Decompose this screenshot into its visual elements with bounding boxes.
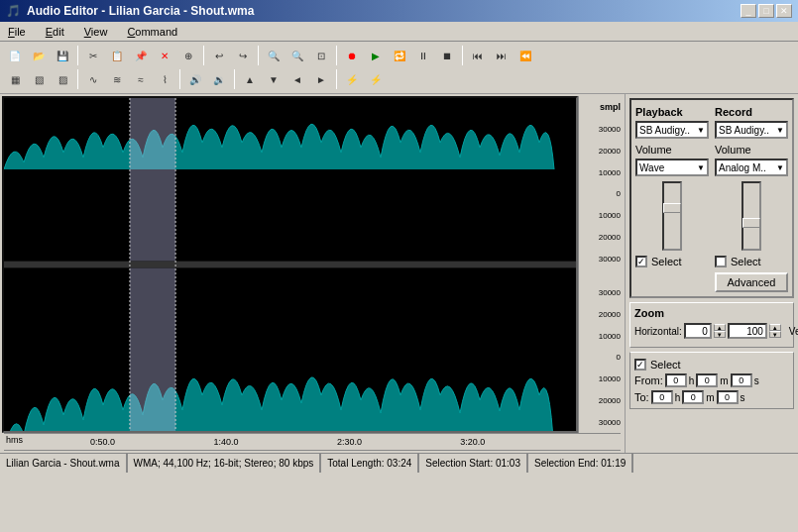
record-device-combo[interactable]: SB Audigy.. ▼ (715, 121, 788, 139)
to-label: To: (634, 391, 649, 403)
svg-rect-0 (4, 98, 576, 262)
to-h[interactable] (651, 390, 673, 404)
tb-open[interactable]: 📂 (28, 45, 50, 66)
to-m-sep: m (706, 392, 714, 403)
tb-sel-none[interactable]: ▧ (28, 68, 50, 90)
tb-sel-all[interactable]: ▦ (4, 68, 26, 90)
tb-zoom-fit[interactable]: ⊡ (310, 45, 332, 66)
tb-sel-inv[interactable]: ▨ (52, 68, 73, 90)
time-50: 0:50.0 (90, 437, 115, 447)
playback-channel-value: Wave (639, 162, 664, 173)
tb-paste[interactable]: 📌 (130, 45, 152, 66)
zoom-title: Zoom (634, 307, 789, 319)
zoom-h-start[interactable] (684, 323, 712, 339)
tb-ch2[interactable]: ⚡ (365, 68, 387, 90)
record-volume-slider[interactable] (741, 181, 761, 251)
tb-new[interactable]: 📄 (4, 45, 26, 66)
tb-zoom-in[interactable]: 🔍 (263, 45, 285, 66)
zoom-h-start-dn[interactable]: ▼ (714, 331, 726, 338)
tb-pause[interactable]: ⏸ (412, 45, 434, 66)
playback-volume-slider[interactable] (662, 181, 682, 251)
tb-ch1[interactable]: ⚡ (341, 68, 363, 90)
tb-stop[interactable]: ⏹ (436, 45, 458, 66)
toolbar-row-1: 📄 📂 💾 ✂ 📋 📌 ✕ ⊕ ↩ ↪ 🔍 🔍 ⊡ ⏺ ▶ 🔁 ⏸ ⏹ ⏮ ⏭ … (4, 44, 794, 67)
zoom-h-label: Horizontal: (634, 326, 682, 337)
record-select-checkbox[interactable] (715, 256, 727, 267)
tb-vol-dn[interactable]: 🔉 (208, 68, 230, 90)
tb-eq1[interactable]: ▲ (239, 68, 261, 90)
tb-prev[interactable]: ⏮ (467, 45, 489, 66)
tb-vol-up[interactable]: 🔊 (184, 68, 206, 90)
zoom-section: Zoom Horizontal: ▲ ▼ ▲ ▼ Vertica (629, 302, 794, 348)
tb-cut[interactable]: ✂ (82, 45, 104, 66)
tb-eq4[interactable]: ► (310, 68, 332, 90)
tb-loop[interactable]: 🔁 (389, 45, 410, 66)
record-select-row: Select (715, 256, 788, 267)
tb-copy[interactable]: 📋 (106, 45, 128, 66)
tb-zoom-out[interactable]: 🔍 (286, 45, 308, 66)
zoom-h-dn[interactable]: ▼ (769, 331, 781, 338)
app-icon: 🎵 (6, 4, 21, 18)
minimize-button[interactable]: _ (741, 4, 756, 18)
from-s[interactable] (731, 373, 752, 387)
to-m[interactable] (682, 390, 704, 404)
tb-record[interactable]: ⏺ (341, 45, 363, 66)
tb-save[interactable]: 💾 (52, 45, 73, 66)
waveform-with-scale: smpl 30000 20000 10000 0 10000 20000 300… (2, 96, 623, 433)
playback-select-label: Select (651, 256, 682, 267)
record-channel-combo[interactable]: Analog M.. ▼ (715, 159, 788, 176)
main-content: smpl 30000 20000 10000 0 10000 20000 300… (0, 94, 798, 453)
tb-play[interactable]: ▶ (365, 45, 387, 66)
tb-undo[interactable]: ↩ (208, 45, 230, 66)
playback-select-checkbox[interactable] (635, 256, 647, 267)
tb-redo[interactable]: ↪ (232, 45, 254, 66)
tb-eq2[interactable]: ▼ (263, 68, 285, 90)
tb-effect1[interactable]: ∿ (82, 68, 104, 90)
tb-delete[interactable]: ✕ (154, 45, 175, 66)
from-h[interactable] (665, 373, 687, 387)
zoom-h-start-up[interactable]: ▲ (714, 324, 726, 331)
tb-next[interactable]: ⏭ (491, 45, 513, 66)
menu-view[interactable]: View (80, 25, 112, 39)
zoom-h-up[interactable]: ▲ (769, 324, 781, 331)
zoom-row: Horizontal: ▲ ▼ ▲ ▼ Vertical: (634, 323, 789, 339)
time-230: 2:30.0 (337, 437, 362, 447)
zoom-v-field: Vertical: ▲ ▼ (789, 323, 798, 339)
sel-check-row: Select (634, 359, 789, 371)
to-s[interactable] (717, 390, 739, 404)
tb-effect2[interactable]: ≋ (106, 68, 128, 90)
scale-30000-2: 30000 (599, 255, 621, 264)
sel-checkbox[interactable] (634, 359, 646, 371)
to-s-sep: s (741, 392, 745, 403)
playback-device-combo[interactable]: SB Audigy.. ▼ (635, 121, 709, 139)
to-h-sep: h (675, 392, 681, 403)
to-row: To: h m s (634, 390, 789, 404)
close-button[interactable]: ✕ (776, 4, 792, 18)
menu-file[interactable]: File (4, 25, 30, 39)
scale-30000-4: 30000 (599, 418, 621, 427)
from-m[interactable] (696, 373, 718, 387)
menu-edit[interactable]: Edit (42, 25, 68, 39)
menu-command[interactable]: Command (123, 25, 181, 39)
sep8 (234, 69, 235, 89)
record-slider-thumb[interactable] (742, 218, 760, 228)
playback-channel-arrow: ▼ (697, 163, 705, 172)
toolbar-row-2: ▦ ▧ ▨ ∿ ≋ ≈ ⌇ 🔊 🔉 ▲ ▼ ◄ ► ⚡ ⚡ (4, 67, 794, 91)
waveform-display[interactable] (2, 96, 578, 433)
tb-mixpaste[interactable]: ⊕ (177, 45, 199, 66)
record-channel-arrow: ▼ (776, 163, 784, 172)
tb-eq3[interactable]: ◄ (286, 68, 308, 90)
record-volume-label: Volume (715, 144, 788, 156)
tb-rewind[interactable]: ⏪ (514, 45, 536, 66)
scale-20000-3: 20000 (599, 310, 621, 319)
playback-channel-combo[interactable]: Wave ▼ (635, 159, 709, 176)
playback-select-row: Select (635, 256, 709, 267)
zoom-h-value[interactable] (728, 323, 767, 339)
tb-effect3[interactable]: ≈ (130, 68, 152, 90)
maximize-button[interactable]: □ (758, 4, 774, 18)
advanced-button[interactable]: Advanced (715, 272, 788, 292)
tb-effect4[interactable]: ⌇ (154, 68, 175, 90)
from-row: From: h m s (634, 373, 789, 387)
playback-slider-thumb[interactable] (663, 203, 681, 213)
title-bar: 🎵 Audio Editor - Lilian Garcia - Shout.w… (0, 0, 798, 22)
